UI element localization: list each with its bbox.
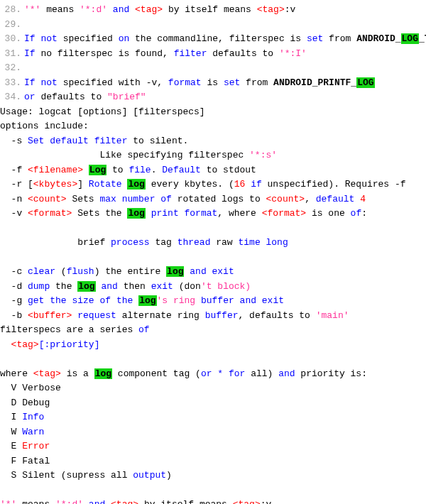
code-line: '*' means '*:d' and <tag> by itself mean…: [0, 498, 426, 504]
code-line: E Error: [0, 439, 426, 454]
line-number: 31.: [0, 47, 24, 62]
line-content: If not specified on the commandline, fil…: [24, 33, 426, 44]
code-line: 33.If not specified with -v, format is s…: [0, 76, 426, 91]
line-content: If not specified with -v, format is set …: [24, 77, 375, 88]
code-line: -c clear (flush) the entire log and exit: [0, 265, 426, 280]
line-number: 33.: [0, 76, 24, 91]
code-line: <tag>[:priority]: [0, 338, 426, 353]
code-line: filterspecs are a series of: [0, 323, 426, 338]
code-line: D Debug: [0, 396, 426, 411]
code-line: Usage: logcat [options] [filterspecs]: [0, 105, 426, 120]
code-line: I Info: [0, 410, 426, 425]
code-line: 29.: [0, 18, 426, 33]
code-line: -g get the size of the log's ring buffer…: [0, 294, 426, 309]
line-number: 29.: [0, 18, 24, 33]
code-line: S Silent (supress all output): [0, 469, 426, 483]
code-line: -r [<kbytes>] Rotate log every kbytes. (…: [0, 177, 426, 192]
line-number: 34.: [0, 90, 24, 105]
code-line: where <tag> is a log component tag (or *…: [0, 367, 426, 382]
code-line: F Fatal: [0, 454, 426, 469]
code-line: [0, 221, 426, 236]
code-line: -b <buffer> request alternate ring buffe…: [0, 309, 426, 324]
line-number: 32.: [0, 61, 24, 76]
code-line: [0, 251, 426, 265]
code-line: 31.If no filterspec is found, filter def…: [0, 47, 426, 62]
code-line: 28.'*' means '*:d' and <tag> by itself m…: [0, 3, 426, 18]
code-line: -f <filename> Log to file. Default to st…: [0, 163, 426, 178]
code-listing: 28.'*' means '*:d' and <tag> by itself m…: [0, 0, 426, 504]
code-line: -s Set default filter to silent.: [0, 134, 426, 149]
code-line: -d dump the log and then exit (don't blo…: [0, 280, 426, 295]
code-line: V Verbose: [0, 381, 426, 396]
line-content: '*' means '*:d' and <tag> by itself mean…: [24, 4, 295, 15]
code-line: [0, 352, 426, 367]
code-line: 34.or defaults to "brief": [0, 90, 426, 105]
code-line: 30.If not specified on the commandline, …: [0, 32, 426, 47]
code-line: 32.: [0, 61, 426, 76]
code-line: [0, 483, 426, 498]
line-content: or defaults to "brief": [24, 92, 146, 102]
code-line: W Warn: [0, 425, 426, 440]
code-line: options include:: [0, 119, 426, 134]
line-content: If no filterspec is found, filter defaul…: [24, 48, 307, 59]
line-number: 30.: [0, 32, 24, 47]
line-number: 28.: [0, 3, 24, 18]
code-line: brief process tag thread raw time long: [0, 236, 426, 251]
code-line: -v <format> Sets the log print format, w…: [0, 207, 426, 221]
code-line: Like specifying filterspec '*:s': [0, 148, 426, 163]
code-line: -n <count> Sets max number of rotated lo…: [0, 192, 426, 207]
